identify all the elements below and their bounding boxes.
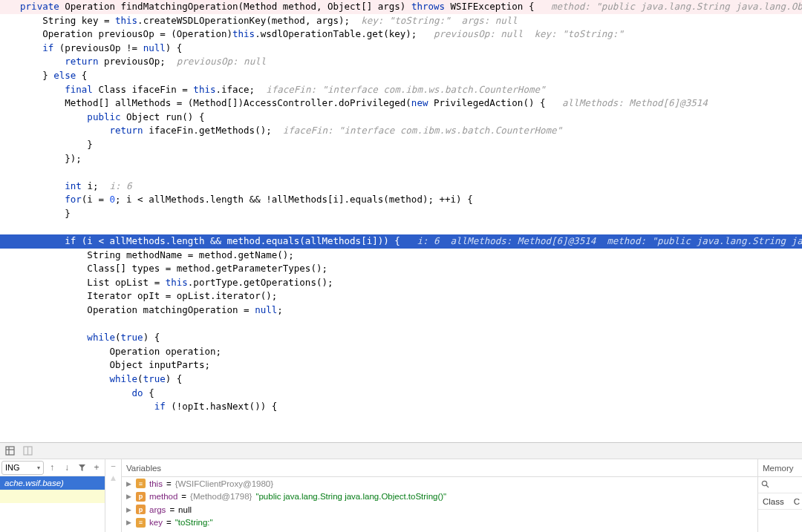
variable-type: {Method@1798} [190, 492, 252, 501]
layout-icon[interactable] [22, 446, 33, 456]
code-line[interactable]: while(true) { [0, 331, 802, 345]
variables-column: Variables ▶≡this = {WSIFClientProxy@1980… [122, 459, 757, 532]
variable-row[interactable]: ▶pargs = null [122, 503, 757, 516]
table-view-icon[interactable] [4, 446, 15, 456]
code-line[interactable] [0, 221, 802, 235]
search-icon [761, 480, 769, 490]
variable-row[interactable]: ▶≡this = {WSIFClientProxy@1980} [122, 477, 757, 490]
memory-column: Memory Class C [757, 459, 802, 532]
code-line[interactable]: List opList = this.portType.getOperation… [0, 276, 802, 290]
frame-up-icon[interactable]: ↑ [45, 461, 59, 475]
debug-panel: ING ▾ ↑ ↓ + ache.wsif.base) − ▲ Variable… [0, 442, 802, 532]
expand-arrow-icon[interactable]: ▶ [126, 480, 132, 487]
memory-other-header-label: C [794, 497, 802, 506]
frames-side-toolbar: − ▲ [105, 459, 122, 532]
stack-frame[interactable] [0, 490, 105, 503]
code-editor[interactable]: private Operation findMatchingOperation(… [0, 0, 802, 414]
memory-class-header[interactable]: Class C [758, 493, 802, 510]
frames-column: ING ▾ ↑ ↓ + ache.wsif.base) [0, 459, 105, 532]
expand-arrow-icon[interactable]: ▶ [126, 519, 132, 526]
code-line[interactable]: if (previousOp != null) { [0, 42, 802, 56]
code-line[interactable]: public Object run() { [0, 111, 802, 125]
stack-frame-selected[interactable]: ache.wsif.base) [0, 476, 105, 490]
variable-name: method [149, 492, 177, 501]
code-line[interactable] [0, 165, 802, 180]
code-line[interactable]: do { [0, 387, 802, 401]
code-line[interactable]: } else { [0, 69, 802, 83]
code-line[interactable]: if (i < allMethods.length && method.equa… [0, 234, 802, 249]
memory-search-input[interactable] [772, 481, 799, 490]
variable-value: null [178, 505, 192, 514]
variables-header: Variables [122, 459, 757, 477]
code-line[interactable]: final Class ifaceFin = this.iface; iface… [0, 83, 802, 97]
expand-arrow-icon[interactable]: ▶ [126, 493, 132, 500]
code-line[interactable]: } [0, 207, 802, 221]
code-line[interactable]: Operation operation; [0, 345, 802, 359]
code-line[interactable]: int i; i: 6 [0, 180, 802, 194]
code-line[interactable]: return ifaceFin.getMethods(); ifaceFin: … [0, 124, 802, 138]
add-icon[interactable]: + [90, 461, 103, 475]
minus-icon[interactable]: − [111, 462, 116, 470]
svg-rect-0 [6, 447, 14, 455]
variable-kind-icon: p [136, 505, 146, 514]
variable-kind-icon: ≡ [136, 518, 146, 528]
code-line[interactable] [0, 318, 802, 332]
code-line[interactable]: Object inputParts; [0, 358, 802, 372]
code-line[interactable]: }); [0, 152, 802, 166]
variable-name: this [149, 479, 163, 488]
variable-kind-icon: ≡ [136, 479, 146, 488]
variable-row[interactable]: ▶≡key = "toString:" [122, 516, 757, 530]
code-line[interactable]: while(true) { [0, 372, 802, 387]
memory-header: Memory [758, 459, 802, 477]
code-line[interactable]: return previousOp; previousOp: null [0, 55, 802, 69]
code-line[interactable]: Method[] allMethods = (Method[])AccessCo… [0, 96, 802, 111]
stack-frame-label: ache.wsif.base) [4, 479, 64, 487]
svg-line-6 [766, 485, 769, 487]
thread-selector-label: ING [5, 463, 20, 472]
variables-header-label: Variables [126, 464, 161, 473]
expand-arrow-icon[interactable]: ▶ [126, 506, 132, 513]
up-arrow-icon[interactable]: ▲ [109, 473, 117, 482]
svg-point-5 [762, 481, 766, 485]
variable-value: "public java.lang.String java.lang.Objec… [255, 492, 446, 501]
thread-selector[interactable]: ING ▾ [1, 461, 44, 475]
debug-toolbar [0, 443, 802, 459]
memory-header-label: Memory [763, 464, 794, 473]
code-line[interactable]: } [0, 138, 802, 152]
variable-type: {WSIFClientProxy@1980} [175, 479, 273, 488]
variable-name: args [149, 505, 166, 514]
memory-search[interactable] [758, 477, 802, 493]
variable-value: "toString:" [175, 518, 213, 527]
variable-row[interactable]: ▶pmethod = {Method@1798} "public java.la… [122, 490, 757, 504]
memory-class-header-label: Class [763, 497, 784, 506]
code-line[interactable]: for(i = 0; i < allMethods.length && !all… [0, 193, 802, 207]
code-line[interactable]: Class[] types = method.getParameterTypes… [0, 262, 802, 276]
code-line[interactable]: Iterator opIt = opList.iterator(); [0, 289, 802, 303]
code-line[interactable]: if (!opIt.hasNext()) { [0, 400, 802, 414]
code-line[interactable]: Operation previousOp = (Operation)this.w… [0, 27, 802, 42]
code-line[interactable]: String key = this.createWSDLOperationKey… [0, 14, 802, 28]
code-line[interactable]: Operation matchingOperation = null; [0, 303, 802, 318]
frame-down-icon[interactable]: ↓ [60, 461, 74, 475]
chevron-down-icon: ▾ [37, 464, 40, 471]
code-line[interactable]: private Operation findMatchingOperation(… [0, 0, 802, 14]
variable-name: key [149, 518, 163, 527]
filter-icon[interactable] [75, 461, 88, 475]
code-line[interactable]: String methodName = method.getName(); [0, 249, 802, 263]
variable-kind-icon: p [136, 492, 146, 502]
